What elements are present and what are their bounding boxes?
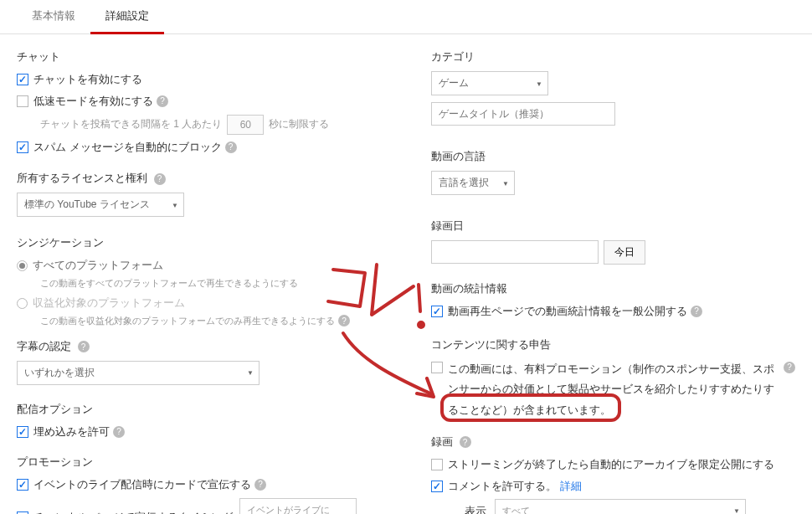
section-rec-date: 録画日 bbox=[431, 218, 795, 234]
lbl-channel-promo: チャンネル ページで宣伝するタイミング bbox=[33, 509, 233, 514]
help-icon[interactable]: ? bbox=[460, 436, 471, 448]
lbl-all-platforms: すべてのプラットフォーム bbox=[33, 257, 163, 275]
lbl-monetized: 収益化対象のプラットフォーム bbox=[33, 295, 185, 312]
lbl-auto-archive: ストリーミングが終了したら自動的にアーカイブを限定公開にする bbox=[448, 456, 774, 474]
section-chat: チャット bbox=[17, 49, 381, 64]
select-subtitle[interactable]: いずれかを選択 bbox=[17, 361, 260, 385]
lbl-public-stats: 動画再生ページでの動画統計情報を一般公開する bbox=[448, 303, 687, 321]
help-icon[interactable]: ? bbox=[78, 341, 90, 352]
input-rec-date[interactable] bbox=[431, 240, 599, 264]
help-icon[interactable]: ? bbox=[338, 315, 350, 326]
help-icon[interactable]: ? bbox=[154, 173, 166, 185]
slow-seconds-input[interactable] bbox=[227, 115, 264, 135]
left-column: チャット チャットを有効にする 低速モードを有効にする ? チャットを投稿できる… bbox=[17, 49, 381, 514]
select-promo-timing[interactable]: イベントがライブになったとき bbox=[239, 498, 357, 514]
select-display[interactable]: すべて bbox=[495, 499, 746, 514]
section-subtitle-cert: 字幕の認定 bbox=[17, 340, 71, 352]
settings-tabs: 基本情報 詳細設定 bbox=[0, 0, 812, 34]
section-license: 所有するライセンスと権利 bbox=[17, 172, 147, 184]
section-delivery: 配信オプション bbox=[17, 402, 381, 417]
select-category[interactable]: ゲーム bbox=[431, 71, 548, 95]
help-icon[interactable]: ? bbox=[784, 362, 795, 373]
select-license[interactable]: 標準の YouTube ライセンス bbox=[17, 193, 184, 217]
section-category: カテゴリ bbox=[431, 49, 795, 64]
lbl-display: 表示 bbox=[465, 503, 486, 514]
chk-public-stats[interactable] bbox=[431, 306, 443, 317]
lbl-slow-mode: 低速モードを有効にする bbox=[33, 93, 153, 111]
chk-slow-mode[interactable] bbox=[17, 95, 28, 107]
btn-today[interactable]: 今日 bbox=[604, 240, 645, 265]
tab-advanced[interactable]: 詳細設定 bbox=[90, 0, 164, 34]
section-language: 動画の言語 bbox=[431, 149, 795, 164]
slow-help-2: 秒に制限する bbox=[269, 116, 329, 132]
help-icon[interactable]: ? bbox=[225, 141, 237, 153]
section-stats: 動画の統計情報 bbox=[431, 281, 795, 296]
sub-all-platforms: この動画をすべてのプラットフォームで再生できるようにする bbox=[40, 277, 381, 290]
chk-promo-card[interactable] bbox=[17, 479, 28, 491]
lbl-allow-comments: コメントを許可する。 bbox=[448, 478, 557, 496]
chk-chat-enable[interactable] bbox=[17, 74, 28, 85]
lbl-promo-card: イベントのライブ配信時にカードで宣伝する bbox=[33, 476, 251, 494]
link-comments-detail[interactable]: 詳細 bbox=[560, 478, 582, 496]
chk-allow-comments[interactable] bbox=[431, 481, 443, 492]
radio-all-platforms[interactable] bbox=[17, 260, 28, 271]
section-recording: 録画 bbox=[431, 435, 453, 448]
help-icon[interactable]: ? bbox=[691, 306, 702, 317]
chk-paid-promo[interactable] bbox=[431, 362, 443, 373]
chk-spam-block[interactable] bbox=[17, 141, 28, 153]
slow-help-1: チャットを投稿できる間隔を 1 人あたり bbox=[40, 116, 222, 132]
tab-basic[interactable]: 基本情報 bbox=[17, 0, 90, 33]
lbl-spam-block: スパム メッセージを自動的にブロック bbox=[33, 139, 222, 157]
help-icon[interactable]: ? bbox=[113, 426, 125, 438]
lbl-paid-promo: この動画には、有料プロモーション（制作のスポンサー支援、スポンサーからの対価とし… bbox=[448, 359, 780, 421]
radio-monetized[interactable] bbox=[17, 298, 28, 309]
help-icon[interactable]: ? bbox=[157, 95, 168, 107]
chk-auto-archive[interactable] bbox=[431, 459, 443, 470]
sub-monetized: この動画を収益化対象のプラットフォームでのみ再生できるようにする bbox=[40, 315, 335, 327]
right-column: カテゴリ ゲーム 動画の言語 言語を選択 録画日 今日 動画の統計情報 動画再生… bbox=[431, 49, 795, 514]
section-promotion: プロモーション bbox=[17, 455, 381, 470]
section-content-decl: コンテンツに関する申告 bbox=[431, 337, 795, 352]
input-game-title[interactable] bbox=[431, 102, 615, 126]
lbl-chat-enable: チャットを有効にする bbox=[33, 71, 142, 89]
help-icon[interactable]: ? bbox=[254, 479, 266, 491]
section-syndication: シンジケーション bbox=[17, 235, 381, 250]
chk-embed[interactable] bbox=[17, 426, 28, 438]
lbl-embed: 埋め込みを許可 bbox=[33, 424, 110, 441]
select-language[interactable]: 言語を選択 bbox=[431, 171, 515, 195]
